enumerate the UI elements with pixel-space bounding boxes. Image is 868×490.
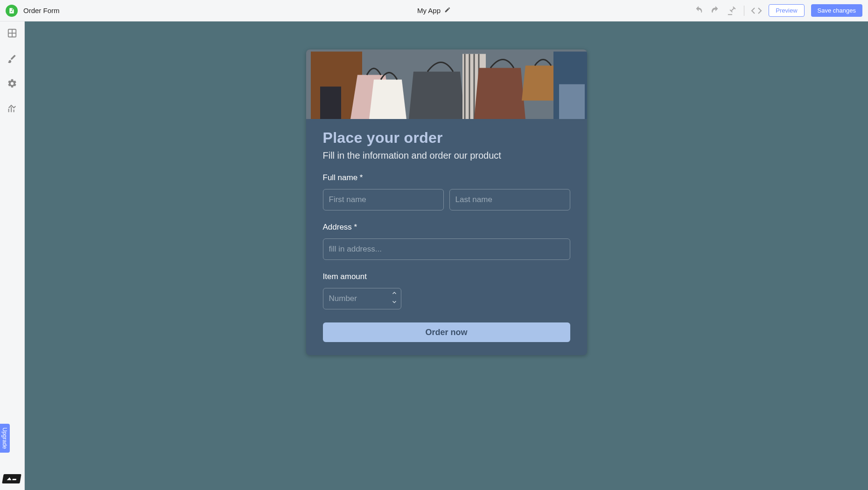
- topbar-center: My App: [417, 7, 451, 15]
- form-card: Place your order Fill in the information…: [306, 49, 587, 355]
- gavel-icon[interactable]: [727, 6, 737, 16]
- quantity-stepper: [391, 290, 398, 307]
- page-name[interactable]: Order Form: [23, 7, 60, 14]
- app-logo[interactable]: [6, 5, 18, 17]
- upgrade-tab[interactable]: Upgrade: [0, 424, 10, 453]
- redo-icon[interactable]: [710, 6, 721, 16]
- canvas[interactable]: Place your order Fill in the information…: [25, 21, 868, 490]
- grid-icon[interactable]: [7, 28, 17, 40]
- card-body: Place your order Fill in the information…: [306, 119, 587, 355]
- sidebar: Upgrade: [0, 21, 25, 490]
- chevron-down-icon[interactable]: [391, 299, 398, 307]
- chevron-up-icon[interactable]: [391, 290, 398, 298]
- address-label: Address *: [323, 223, 570, 232]
- toolbar-divider: [744, 6, 744, 16]
- field-full-name: Full name *: [323, 173, 570, 210]
- topbar: Order Form My App Preview Save changes: [0, 0, 868, 21]
- svg-rect-22: [559, 84, 585, 119]
- field-address: Address *: [323, 223, 570, 260]
- app-name[interactable]: My App: [417, 7, 441, 14]
- form-subtitle: Fill in the information and order our pr…: [323, 150, 570, 161]
- form-title: Place your order: [323, 129, 570, 147]
- undo-icon[interactable]: [693, 6, 704, 16]
- svg-marker-13: [409, 72, 465, 119]
- svg-marker-6: [7, 477, 12, 480]
- order-now-button[interactable]: Order now: [323, 322, 570, 342]
- code-icon[interactable]: [751, 5, 762, 16]
- address-input[interactable]: [323, 238, 570, 260]
- preview-button[interactable]: Preview: [769, 4, 804, 17]
- save-changes-button[interactable]: Save changes: [811, 4, 862, 17]
- brush-icon[interactable]: [7, 53, 17, 65]
- analytics-icon[interactable]: [7, 104, 17, 116]
- item-amount-label: Item amount: [323, 272, 570, 281]
- svg-marker-19: [474, 68, 525, 119]
- topbar-left: Order Form: [6, 5, 60, 17]
- svg-marker-12: [369, 80, 406, 119]
- gear-icon[interactable]: [7, 78, 17, 91]
- topbar-right: Preview Save changes: [693, 4, 862, 17]
- first-name-input[interactable]: [323, 189, 444, 210]
- field-item-amount: Item amount: [323, 272, 570, 309]
- hero-image: [306, 49, 587, 119]
- logo-icon: [8, 7, 15, 14]
- last-name-input[interactable]: [449, 189, 570, 210]
- svg-rect-7: [12, 479, 16, 480]
- full-name-label: Full name *: [323, 173, 570, 182]
- svg-rect-10: [320, 87, 341, 119]
- rename-icon[interactable]: [444, 7, 451, 15]
- item-amount-input[interactable]: [323, 288, 401, 309]
- corner-badge[interactable]: [2, 474, 21, 483]
